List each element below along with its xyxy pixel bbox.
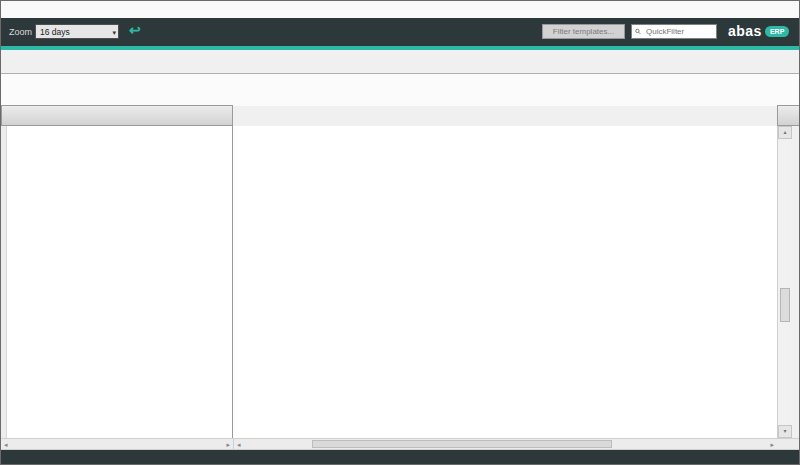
tab-bar — [3, 56, 799, 73]
scroll-down-button[interactable]: ▾ — [778, 425, 792, 438]
zoom-select-value: 16 days — [40, 27, 70, 37]
menubar — [1, 1, 799, 18]
horizontal-scrollbars: ◂ ▸ ◂ ▸ — [1, 438, 800, 450]
chevron-down-icon: ▾ — [112, 26, 116, 40]
accent-stripe — [1, 46, 799, 50]
chart-horizontal-scrollbar[interactable]: ◂ ▸ — [234, 439, 777, 449]
toolbar: Zoom 16 days ▾ ↩ Filter templates... aba… — [1, 18, 799, 46]
table-header-blank — [1, 105, 233, 126]
erp-badge: ERP — [765, 26, 789, 37]
panel-divider — [232, 126, 233, 438]
abas-logo-text: abas — [728, 23, 762, 39]
undo-icon[interactable]: ↩ — [129, 22, 141, 38]
filter-templates-button[interactable]: Filter templates... — [542, 24, 625, 39]
abas-logo: abas ERP — [728, 23, 789, 39]
app-window: Zoom 16 days ▾ ↩ Filter templates... aba… — [0, 0, 800, 465]
table-horizontal-scrollbar[interactable]: ◂ ▸ — [1, 439, 234, 449]
quickfilter-input[interactable] — [644, 26, 716, 37]
quickfilter-box[interactable] — [631, 24, 717, 39]
work-order-info-panel — [1, 73, 799, 106]
gantt-grid — [233, 126, 777, 438]
header-corner — [777, 105, 800, 126]
horizontal-scroll-thumb[interactable] — [312, 440, 612, 448]
scroll-right-icon[interactable]: ▸ — [226, 440, 230, 449]
search-icon — [635, 27, 641, 36]
vertical-scrollbar[interactable]: ▴ ▾ — [777, 126, 791, 438]
gantt-body — [1, 126, 777, 438]
scroll-up-button[interactable]: ▴ — [778, 126, 792, 139]
scroll-right-icon[interactable]: ▸ — [770, 440, 774, 449]
scroll-left-icon[interactable]: ◂ — [4, 440, 8, 449]
zoom-label: Zoom — [9, 27, 32, 37]
gantt-header — [1, 105, 799, 126]
scroll-left-icon[interactable]: ◂ — [237, 440, 241, 449]
row-gutter — [1, 126, 7, 438]
zoom-select[interactable]: 16 days ▾ — [35, 24, 119, 39]
vertical-scroll-thumb[interactable] — [780, 288, 790, 322]
status-bar — [1, 450, 800, 464]
